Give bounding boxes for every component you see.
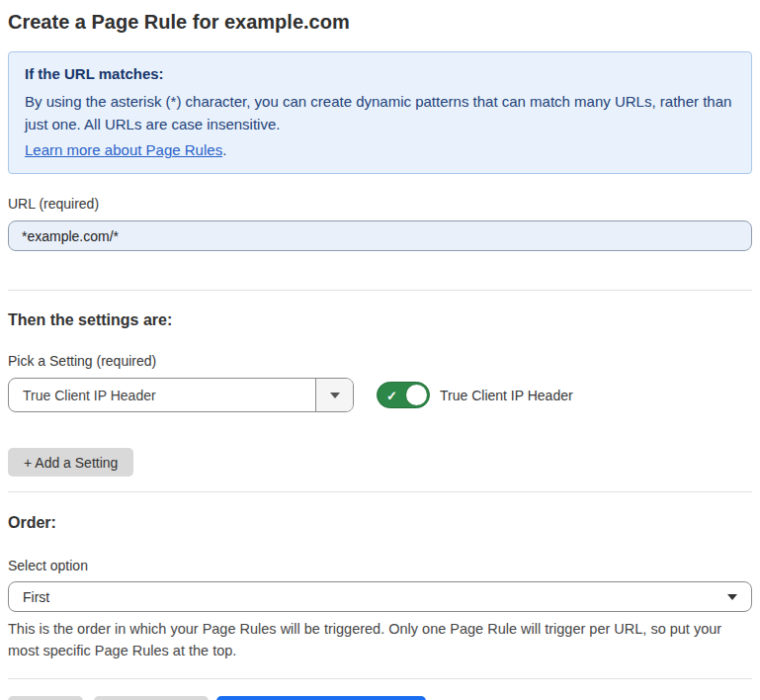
check-icon: ✓	[386, 389, 397, 401]
order-help-text: This is the order in which your Page Rul…	[8, 619, 752, 661]
toggle-label: True Client IP Header	[440, 388, 573, 403]
save-draft-button[interactable]: Save as Draft	[94, 696, 210, 700]
setting-select-arrow-button[interactable]	[315, 379, 353, 411]
setting-toggle[interactable]: ✓	[377, 382, 430, 408]
learn-more-link[interactable]: Learn more about Page Rules	[25, 141, 222, 158]
divider	[8, 678, 752, 679]
setting-select-value: True Client IP Header	[9, 379, 315, 411]
save-deploy-button[interactable]: Save and Deploy Page Rule	[216, 696, 426, 700]
chevron-down-icon	[330, 393, 340, 398]
url-input[interactable]	[8, 220, 752, 251]
setting-picker-label: Pick a Setting (required)	[8, 353, 752, 370]
caret-down-icon	[727, 594, 737, 600]
setting-select[interactable]: True Client IP Header	[8, 378, 354, 412]
footer-actions: Cancel Save as Draft Save and Deploy Pag…	[8, 696, 752, 700]
create-page-rule-form: Create a Page Rule for example.com If th…	[0, 0, 760, 700]
settings-section-heading: Then the settings are:	[8, 310, 752, 329]
divider	[8, 491, 752, 492]
cancel-button[interactable]: Cancel	[8, 696, 83, 700]
divider	[8, 290, 752, 291]
info-box-link-line: Learn more about Page Rules.	[25, 138, 735, 161]
page-title: Create a Page Rule for example.com	[8, 8, 752, 36]
add-setting-button[interactable]: + Add a Setting	[8, 448, 133, 477]
info-box-body: By using the asterisk (*) character, you…	[25, 90, 735, 135]
order-select-label: Select option	[8, 558, 752, 574]
setting-picker-row: True Client IP Header ✓ True Client IP H…	[8, 378, 752, 412]
url-match-info-box: If the URL matches: By using the asteris…	[8, 51, 752, 174]
url-label: URL (required)	[8, 196, 752, 213]
order-select-value: First	[23, 589, 727, 605]
toggle-knob	[406, 385, 427, 405]
order-section-heading: Order:	[8, 513, 752, 532]
order-select[interactable]: First	[8, 581, 752, 612]
info-box-heading: If the URL matches:	[25, 63, 735, 85]
link-suffix: .	[222, 141, 226, 158]
